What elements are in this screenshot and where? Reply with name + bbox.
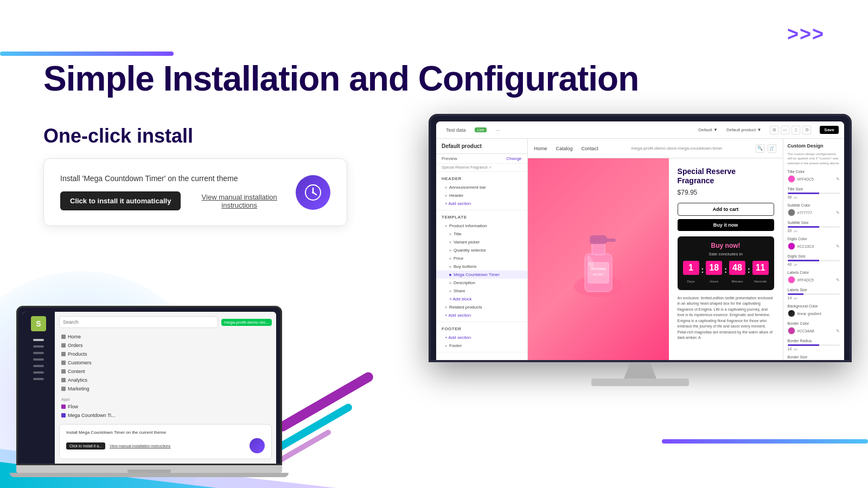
store-badge: mega-profit-demo-sto... bbox=[221, 319, 272, 326]
colon1: : bbox=[701, 266, 704, 274]
nav-countdown[interactable]: Mega Countdown Ti... bbox=[59, 411, 272, 420]
install-button[interactable]: Click to install it automatically bbox=[60, 191, 181, 210]
labels-color-edit[interactable]: ✎ bbox=[836, 278, 840, 282]
countdown-title: Buy now! bbox=[683, 242, 769, 249]
laptop-bottom-bar bbox=[10, 473, 289, 477]
digits-size-slider[interactable] bbox=[788, 260, 840, 261]
preview-action-icons: 🔍 🛒 bbox=[756, 144, 776, 153]
header-label: Header bbox=[436, 174, 527, 183]
add-block-item[interactable]: + Add block bbox=[436, 295, 527, 303]
monitor-stand-base bbox=[591, 378, 689, 386]
product-preview: Home Catalog Contact mega-profit-demo-st… bbox=[528, 139, 783, 360]
settings-icon[interactable]: ⚙ bbox=[802, 126, 811, 134]
nav-home[interactable]: Home bbox=[59, 332, 272, 341]
nav-marketing[interactable]: Marketing bbox=[59, 384, 272, 393]
related-products-item[interactable]: Related products bbox=[436, 303, 527, 311]
save-button[interactable]: Save bbox=[820, 126, 839, 134]
analytics-icon bbox=[61, 378, 66, 382]
digits-color-swatch[interactable] bbox=[788, 242, 795, 250]
svg-rect-8 bbox=[590, 235, 607, 244]
install-box: Install 'Mega Countdown Timer' on the cu… bbox=[43, 158, 347, 226]
labels-size-slider[interactable] bbox=[788, 293, 840, 295]
install-icon bbox=[296, 175, 330, 210]
mini-install-buttons: Click to install it a... View manual ins… bbox=[66, 438, 265, 453]
chevron-right-icon: >>> bbox=[787, 23, 825, 46]
cart-icon[interactable]: 🛒 bbox=[768, 144, 776, 153]
add-section-template[interactable]: + Add section bbox=[436, 311, 527, 319]
share-item[interactable]: Share bbox=[436, 287, 527, 295]
border-radius-slider[interactable] bbox=[788, 344, 840, 346]
subtitle-color-edit[interactable]: ✎ bbox=[836, 210, 840, 215]
sidebar-dot bbox=[33, 378, 44, 380]
nav-customers[interactable]: Customers bbox=[59, 358, 272, 367]
monitor-main: Default product Preview Change Special R… bbox=[436, 139, 844, 360]
variant-picker-item[interactable]: Variant picker bbox=[436, 238, 527, 246]
product-info-item[interactable]: Product information bbox=[436, 222, 527, 230]
nav-products[interactable]: Products bbox=[59, 350, 272, 358]
header-item[interactable]: Header bbox=[436, 191, 527, 200]
laptop-screen-outer: S mega-profit-demo-sto... bbox=[16, 306, 282, 465]
tab-more[interactable]: ··· bbox=[491, 127, 504, 133]
countdown-timer-item[interactable]: Mega Countdown Timer bbox=[436, 271, 527, 279]
nav-orders[interactable]: Orders bbox=[59, 341, 272, 350]
search-icon[interactable]: 🔍 bbox=[756, 144, 764, 153]
bg-stripe-bottom bbox=[662, 439, 868, 444]
title-color-swatch[interactable] bbox=[788, 175, 795, 183]
desktop-icon[interactable]: ⊞ bbox=[770, 126, 778, 134]
title-color-edit[interactable]: ✎ bbox=[836, 177, 840, 182]
title-item[interactable]: Title bbox=[436, 230, 527, 238]
nav-catalog-link[interactable]: Catalog bbox=[556, 146, 573, 151]
tab-test-data[interactable]: Test data bbox=[442, 127, 470, 133]
add-section-header[interactable]: + Add section bbox=[436, 200, 527, 208]
countdown-hours: 18 Hours bbox=[706, 261, 722, 285]
quantity-selector-item[interactable]: Quantity selector bbox=[436, 246, 527, 254]
bg-color-swatch[interactable] bbox=[788, 310, 795, 317]
mini-manual-link[interactable]: View manual installation instructions bbox=[110, 444, 170, 448]
tablet-icon[interactable]: ▭ bbox=[781, 126, 789, 134]
sidebar-dot bbox=[33, 345, 44, 348]
border-size-option: Border Size 1 px bbox=[788, 355, 840, 360]
countdown-days: 1 Days bbox=[683, 261, 699, 285]
mobile-icon[interactable]: ▯ bbox=[792, 126, 800, 134]
title-size-slider[interactable] bbox=[788, 192, 840, 194]
nav-contact-link[interactable]: Contact bbox=[582, 146, 598, 151]
border-color-edit[interactable]: ✎ bbox=[836, 329, 840, 333]
nav-home-link[interactable]: Home bbox=[534, 146, 547, 151]
shopify-logo: S bbox=[31, 316, 46, 331]
add-section-footer[interactable]: + Add section bbox=[436, 333, 527, 342]
one-click-title: One-click install bbox=[43, 125, 347, 147]
sidebar-dot bbox=[33, 339, 44, 341]
manual-install-button[interactable]: View manual installation instructions bbox=[192, 193, 287, 209]
content-icon bbox=[61, 369, 66, 374]
border-color-swatch[interactable] bbox=[788, 327, 795, 335]
shopify-search-input[interactable] bbox=[59, 316, 218, 328]
shopify-topbar: mega-profit-demo-sto... bbox=[59, 316, 272, 328]
countdown-widget: Buy now! Sale concludes in 1 Days : bbox=[678, 236, 774, 290]
add-to-cart-button[interactable]: Add to cart bbox=[678, 203, 774, 216]
mini-install-btn[interactable]: Click to install it a... bbox=[66, 442, 105, 450]
preview-nav: Home Catalog Contact mega-profit-demo-st… bbox=[528, 139, 783, 158]
buy-now-button[interactable]: Buy it now bbox=[678, 219, 774, 231]
digits-color-option: Digits Color #CC10C0 ✎ bbox=[788, 237, 840, 250]
description-item[interactable]: Description bbox=[436, 279, 527, 287]
subtitle-color-option: Subtitle Color #777777 ✎ bbox=[788, 203, 840, 216]
sidebar-dot bbox=[33, 358, 44, 361]
buy-buttons-item[interactable]: Buy buttons bbox=[436, 262, 527, 271]
labels-color-swatch[interactable] bbox=[788, 276, 795, 284]
install-theme-label: Install 'Mega Countdown Timer' on the cu… bbox=[60, 174, 287, 183]
price-item[interactable]: Price bbox=[436, 254, 527, 262]
perfume-svg: VICTORIA SECRET bbox=[566, 216, 631, 303]
footer-item[interactable]: Footer bbox=[436, 342, 527, 350]
announcement-bar-item[interactable]: Announcement bar bbox=[436, 183, 527, 191]
product-content: VICTORIA SECRET Special Reserve Fragranc… bbox=[528, 158, 783, 360]
digits-color-edit[interactable]: ✎ bbox=[836, 244, 840, 249]
preview-section: Preview Change bbox=[436, 154, 527, 164]
main-content: Simple Installation and Configuration bbox=[0, 0, 868, 98]
nav-content[interactable]: Content bbox=[59, 367, 272, 376]
nav-analytics[interactable]: Analytics bbox=[59, 376, 272, 384]
monitor-stand-neck bbox=[624, 362, 656, 378]
subtitle-color-swatch[interactable] bbox=[788, 209, 795, 216]
subtitle-size-slider[interactable] bbox=[788, 226, 840, 228]
nav-flow[interactable]: Flow bbox=[59, 402, 272, 411]
marketing-icon bbox=[61, 387, 66, 391]
